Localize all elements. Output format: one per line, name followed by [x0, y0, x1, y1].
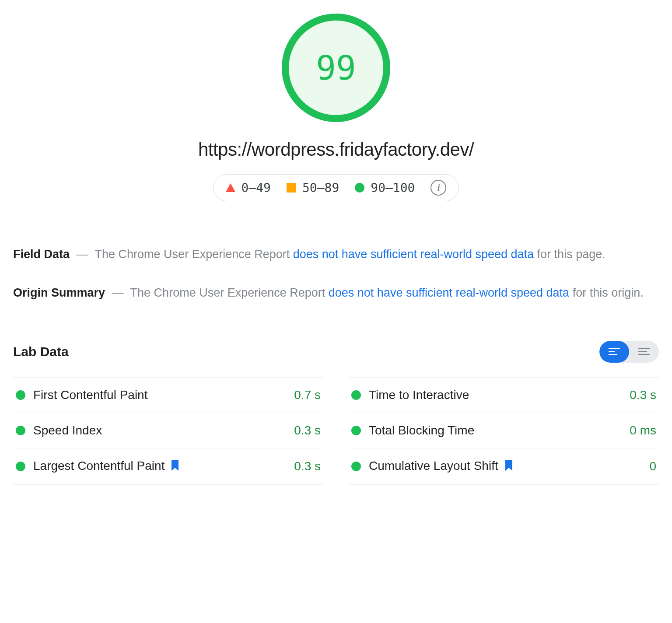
circle-icon: [355, 183, 364, 192]
lab-data-header: Lab Data: [0, 307, 672, 363]
metric-value: 0 ms: [630, 424, 656, 438]
field-data-title: Field Data: [13, 248, 70, 261]
status-dot-icon: [16, 462, 25, 471]
metric-value: 0.3 s: [294, 459, 321, 473]
view-toggle: [599, 341, 659, 363]
bookmark-icon: [171, 460, 179, 474]
dash-separator: —: [77, 248, 88, 261]
metric-largest-contentful-paint[interactable]: Largest Contentful Paint 0.3 s: [13, 448, 323, 485]
origin-summary-section: Origin Summary — The Chrome User Experie…: [0, 268, 672, 307]
triangle-icon: [226, 183, 235, 192]
dash-separator: —: [112, 286, 124, 299]
view-toggle-expanded[interactable]: [599, 341, 629, 363]
score-area: 99 https://wordpress.fridayfactory.dev/ …: [0, 0, 672, 219]
metric-label: Total Blocking Time: [369, 424, 474, 438]
metric-speed-index[interactable]: Speed Index 0.3 s: [13, 413, 323, 448]
origin-summary-link[interactable]: does not have sufficient real-world spee…: [329, 286, 569, 299]
metric-label: Speed Index: [33, 424, 102, 438]
tested-url: https://wordpress.fridayfactory.dev/: [198, 139, 474, 160]
status-dot-icon: [351, 390, 361, 400]
score-value: 99: [281, 13, 391, 122]
legend-good-range: 90–100: [371, 181, 415, 195]
legend-poor-range: 0–49: [242, 181, 271, 195]
metric-label: Largest Contentful Paint: [33, 459, 179, 474]
metric-label: Time to Interactive: [369, 388, 469, 402]
legend-average: 50–89: [287, 181, 339, 195]
toggle-expanded-icon: [609, 348, 620, 355]
origin-summary-pre: The Chrome User Experience Report: [130, 286, 329, 299]
status-dot-icon: [351, 462, 361, 471]
view-toggle-collapsed[interactable]: [629, 341, 659, 363]
status-dot-icon: [16, 390, 25, 400]
origin-summary-post: for this origin.: [569, 286, 644, 299]
score-legend: 0–49 50–89 90–100 i: [213, 174, 459, 201]
metric-label: Cumulative Layout Shift: [369, 459, 513, 474]
toggle-collapsed-icon: [638, 348, 650, 355]
legend-avg-range: 50–89: [302, 181, 339, 195]
field-data-link[interactable]: does not have sufficient real-world spee…: [293, 248, 534, 261]
field-data-section: Field Data — The Chrome User Experience …: [0, 225, 672, 268]
metric-first-contentful-paint[interactable]: First Contentful Paint 0.7 s: [13, 377, 323, 413]
legend-poor: 0–49: [226, 181, 271, 195]
metric-value: 0.7 s: [294, 388, 321, 402]
score-gauge: 99: [281, 13, 391, 122]
origin-summary-title: Origin Summary: [13, 286, 105, 299]
bookmark-icon: [504, 460, 513, 474]
metric-value: 0.3 s: [294, 424, 321, 438]
info-icon[interactable]: i: [430, 180, 446, 196]
metric-value: 0.3 s: [630, 388, 656, 402]
square-icon: [287, 183, 296, 192]
metric-total-blocking-time[interactable]: Total Blocking Time 0 ms: [349, 413, 659, 448]
lab-data-metrics: First Contentful Paint 0.7 s Time to Int…: [0, 363, 672, 489]
legend-good: 90–100: [355, 181, 415, 195]
metric-time-to-interactive[interactable]: Time to Interactive 0.3 s: [349, 377, 659, 413]
field-data-pre: The Chrome User Experience Report: [95, 248, 293, 261]
metric-cumulative-layout-shift[interactable]: Cumulative Layout Shift 0: [349, 448, 659, 485]
metric-label: First Contentful Paint: [33, 388, 147, 402]
field-data-post: for this page.: [534, 248, 606, 261]
lab-data-title: Lab Data: [13, 344, 69, 359]
status-dot-icon: [351, 426, 361, 435]
metric-value: 0: [649, 459, 656, 473]
status-dot-icon: [16, 426, 25, 435]
